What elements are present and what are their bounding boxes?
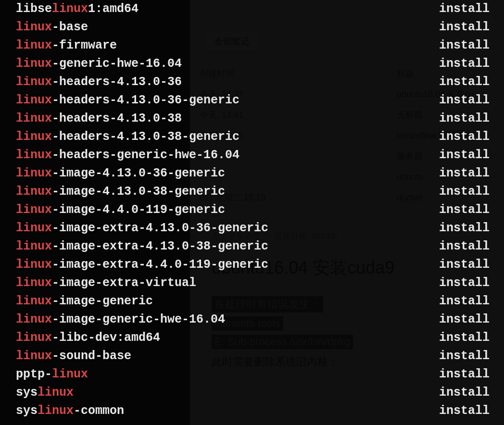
package-status: install xyxy=(439,110,490,128)
package-name: linux-firmware xyxy=(16,37,117,55)
package-status: install xyxy=(439,384,490,402)
package-status: install xyxy=(439,128,490,146)
search-highlight: linux xyxy=(52,2,88,16)
package-status: install xyxy=(439,402,490,420)
package-status: install xyxy=(439,274,490,292)
package-name: linux-headers-generic-hwe-16.04 xyxy=(16,146,239,164)
search-highlight: linux xyxy=(16,239,52,253)
package-status: install xyxy=(439,73,490,91)
terminal-window[interactable]: libselinux1:amd64installlinux-baseinstal… xyxy=(0,0,504,425)
search-highlight: linux xyxy=(16,312,52,326)
search-highlight: linux xyxy=(16,130,52,144)
terminal-line: linux-image-generic-hwe-16.04install xyxy=(0,311,504,329)
package-name: linux-image-generic-hwe-16.04 xyxy=(16,311,225,329)
package-status: install xyxy=(439,91,490,110)
terminal-line: linux-headers-4.13.0-38install xyxy=(0,110,504,128)
package-status: install xyxy=(439,292,490,311)
package-status: install xyxy=(439,146,490,164)
package-name: linux-image-4.13.0-38-generic xyxy=(16,183,225,201)
package-status: install xyxy=(439,365,490,384)
package-status: install xyxy=(439,201,490,219)
search-highlight: linux xyxy=(16,276,52,290)
terminal-line: linux-image-4.13.0-36-genericinstall xyxy=(0,164,504,183)
package-name: linux-generic-hwe-16.04 xyxy=(16,55,182,73)
terminal-line: linux-image-extra-4.4.0-119-genericinsta… xyxy=(0,256,504,274)
terminal-line: pptp-linuxinstall xyxy=(0,365,504,384)
terminal-line: linux-baseinstall xyxy=(0,18,504,37)
package-name: syslinux-common xyxy=(16,402,124,420)
search-highlight: linux xyxy=(16,38,52,52)
search-highlight: linux xyxy=(16,75,52,89)
package-name: linux-sound-base xyxy=(16,347,131,365)
package-name: syslinux xyxy=(16,384,74,402)
package-status: install xyxy=(439,311,490,329)
package-status: install xyxy=(439,238,490,256)
terminal-line: linux-libc-dev:amd64install xyxy=(0,329,504,347)
search-highlight: linux xyxy=(16,57,52,71)
search-highlight: linux xyxy=(38,386,74,400)
terminal-line: syslinuxinstall xyxy=(0,384,504,402)
terminal-line: linux-image-genericinstall xyxy=(0,292,504,311)
package-name: libselinux1:amd64 xyxy=(16,0,139,18)
terminal-line: linux-headers-generic-hwe-16.04install xyxy=(0,146,504,164)
terminal-line: linux-image-extra-virtualinstall xyxy=(0,274,504,292)
package-status: install xyxy=(439,37,490,55)
package-status: install xyxy=(439,18,490,37)
terminal-line: linux-generic-hwe-16.04install xyxy=(0,55,504,73)
terminal-output: libselinux1:amd64installlinux-baseinstal… xyxy=(0,0,504,420)
package-status: install xyxy=(439,164,490,183)
package-name: linux-image-extra-4.13.0-36-generic xyxy=(16,219,268,238)
search-highlight: linux xyxy=(38,404,74,418)
terminal-line: linux-sound-baseinstall xyxy=(0,347,504,365)
package-status: install xyxy=(439,256,490,274)
package-status: install xyxy=(439,347,490,365)
terminal-line: syslinux-commoninstall xyxy=(0,402,504,420)
package-name: linux-headers-4.13.0-36-generic xyxy=(16,91,239,110)
package-name: linux-base xyxy=(16,18,88,37)
terminal-line: linux-image-4.13.0-38-genericinstall xyxy=(0,183,504,201)
package-status: install xyxy=(439,329,490,347)
package-status: install xyxy=(439,183,490,201)
terminal-line: linux-headers-4.13.0-36install xyxy=(0,73,504,91)
search-highlight: linux xyxy=(16,166,52,180)
package-name: linux-headers-4.13.0-38-generic xyxy=(16,128,239,146)
package-name: linux-image-4.4.0-119-generic xyxy=(16,201,225,219)
package-name: linux-image-extra-4.13.0-38-generic xyxy=(16,238,268,256)
search-highlight: linux xyxy=(16,20,52,34)
search-highlight: linux xyxy=(16,221,52,235)
package-name: linux-image-extra-virtual xyxy=(16,274,196,292)
search-highlight: linux xyxy=(16,331,52,345)
terminal-line: linux-firmwareinstall xyxy=(0,37,504,55)
package-status: install xyxy=(439,219,490,238)
search-highlight: linux xyxy=(16,185,52,199)
search-highlight: linux xyxy=(16,112,52,125)
search-highlight: linux xyxy=(16,148,52,162)
package-name: linux-headers-4.13.0-38 xyxy=(16,110,182,128)
terminal-line: linux-image-extra-4.13.0-36-genericinsta… xyxy=(0,219,504,238)
package-name: pptp-linux xyxy=(16,365,88,384)
package-name: linux-headers-4.13.0-36 xyxy=(16,73,182,91)
package-status: install xyxy=(439,0,490,18)
package-name: linux-libc-dev:amd64 xyxy=(16,329,160,347)
package-status: install xyxy=(439,55,490,73)
search-highlight: linux xyxy=(16,349,52,363)
terminal-line: linux-headers-4.13.0-36-genericinstall xyxy=(0,91,504,110)
terminal-line: libselinux1:amd64install xyxy=(0,0,504,18)
search-highlight: linux xyxy=(16,93,52,107)
terminal-line: linux-image-extra-4.13.0-38-genericinsta… xyxy=(0,238,504,256)
terminal-line: linux-image-4.4.0-119-genericinstall xyxy=(0,201,504,219)
package-name: linux-image-extra-4.4.0-119-generic xyxy=(16,256,268,274)
search-highlight: linux xyxy=(16,203,52,217)
package-name: linux-image-4.13.0-36-generic xyxy=(16,164,225,183)
package-name: linux-image-generic xyxy=(16,292,153,311)
search-highlight: linux xyxy=(16,294,52,308)
terminal-line: linux-headers-4.13.0-38-genericinstall xyxy=(0,128,504,146)
search-highlight: linux xyxy=(52,367,88,381)
search-highlight: linux xyxy=(16,258,52,272)
